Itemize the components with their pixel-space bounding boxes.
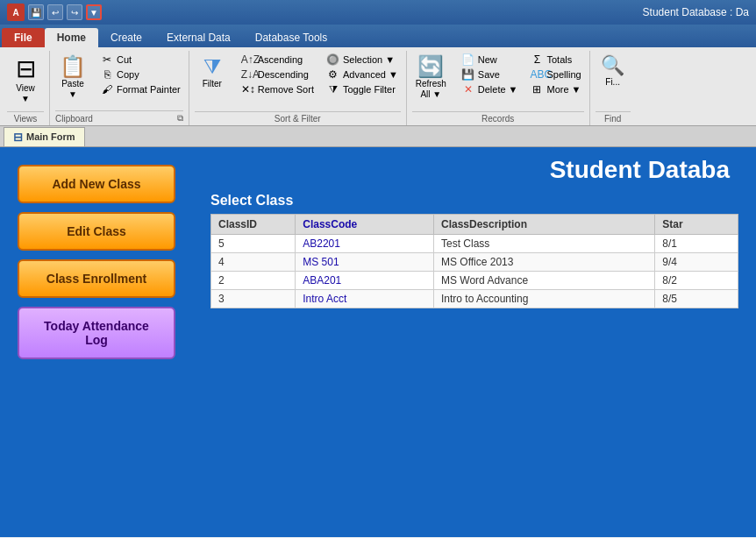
- refresh-all-button[interactable]: 🔄 RefreshAll ▼: [412, 53, 450, 102]
- delete-button[interactable]: ✕ Delete ▼: [459, 82, 521, 96]
- spelling-icon: ABC: [530, 68, 544, 81]
- records-small-btns-2: Σ Totals ABC Spelling ⊞ More ▼: [527, 53, 583, 96]
- paste-label: Paste▼: [61, 79, 84, 100]
- ribbon-group-views: ⊟ View▼ Views: [2, 51, 50, 125]
- views-label: Views: [7, 111, 44, 125]
- refresh-label: RefreshAll ▼: [416, 79, 446, 100]
- cut-icon: ✂: [100, 53, 114, 66]
- paste-button[interactable]: 📋 Paste▼: [55, 53, 90, 102]
- qa-save-btn[interactable]: 💾: [28, 4, 44, 20]
- new-icon: 📄: [461, 53, 475, 66]
- totals-button[interactable]: Σ Totals: [527, 53, 583, 67]
- cell-classdescription: MS Office 2013: [433, 253, 654, 272]
- col-classid: ClassID: [211, 215, 296, 235]
- remove-sort-label: Remove Sort: [258, 84, 314, 95]
- tab-database-tools[interactable]: Database Tools: [243, 28, 340, 47]
- cell-classcode: ABA201: [296, 272, 434, 290]
- window-title: Student Database : Da: [643, 6, 749, 18]
- tab-home[interactable]: Home: [45, 28, 98, 47]
- advanced-label: Advanced: [343, 69, 386, 80]
- cell-classdescription: Test Class: [433, 235, 654, 253]
- remove-sort-icon: ✕↕: [241, 83, 255, 96]
- qa-redo-btn[interactable]: ↪: [67, 4, 82, 20]
- content-area: Student Databa Select Class ClassID Clas…: [193, 147, 756, 537]
- view-button[interactable]: ⊟ View▼: [8, 53, 43, 106]
- delete-icon: ✕: [461, 83, 475, 96]
- qa-dropdown-btn[interactable]: ▼: [86, 4, 102, 20]
- selection-icon: 🔘: [326, 53, 340, 66]
- table-row[interactable]: 4MS 501MS Office 20139/4: [211, 253, 738, 272]
- main-form-tab[interactable]: ⊟ Main Form: [4, 127, 85, 146]
- cut-button[interactable]: ✂ Cut: [97, 53, 183, 67]
- filter-button[interactable]: ⧩ Filter: [195, 53, 230, 91]
- sort-filter-label: Sort & Filter: [195, 111, 401, 125]
- toggle-filter-icon: ⧩: [326, 83, 340, 96]
- table-row[interactable]: 5AB2201Test Class8/1: [211, 235, 738, 253]
- clipboard-content: 📋 Paste▼ ✂ Cut ⎘ Copy 🖌 Format Painter: [55, 51, 183, 110]
- table-header-row: ClassID ClassCode ClassDescription Star: [211, 215, 738, 235]
- descending-button[interactable]: Z↓A Descending: [239, 67, 317, 81]
- cell-classid: 5: [211, 235, 296, 253]
- spelling-button[interactable]: ABC Spelling: [527, 67, 583, 81]
- ribbon-group-clipboard: 📋 Paste▼ ✂ Cut ⎘ Copy 🖌 Format Painter: [50, 51, 189, 125]
- tab-external-data[interactable]: External Data: [154, 28, 243, 47]
- new-label: New: [478, 54, 497, 65]
- spelling-label: Spelling: [546, 69, 581, 80]
- ascending-label: Ascending: [258, 54, 303, 65]
- select-class-label: Select Class: [210, 193, 738, 209]
- col-classcode: ClassCode: [296, 215, 434, 235]
- view-label: View▼: [16, 83, 35, 104]
- find-label-group: Find: [596, 111, 631, 125]
- title-bar: A 💾 ↩ ↪ ▼ Student Database : Da: [0, 0, 756, 25]
- app-icon: A: [7, 4, 25, 21]
- ascending-button[interactable]: A↑Z Ascending: [239, 53, 317, 67]
- table-row[interactable]: 3Intro AcctIntro to Accounting8/5: [211, 290, 738, 308]
- copy-button[interactable]: ⎘ Copy: [97, 67, 183, 81]
- ribbon-tabs: File Home Create External Data Database …: [0, 25, 756, 47]
- sort-filter-content: ⧩ Filter A↑Z Ascending Z↓A Descending ✕↕…: [195, 51, 401, 111]
- view-icon: ⊟: [16, 54, 36, 83]
- edit-class-button[interactable]: Edit Class: [18, 212, 175, 251]
- col-start: Star: [655, 215, 738, 235]
- advanced-button[interactable]: ⚙ Advanced ▼: [324, 67, 401, 81]
- toggle-filter-label: Toggle Filter: [343, 84, 396, 95]
- add-new-class-button[interactable]: Add New Class: [18, 165, 175, 203]
- descending-label: Descending: [258, 69, 309, 80]
- format-painter-label: Format Painter: [117, 84, 181, 95]
- more-button[interactable]: ⊞ More ▼: [527, 82, 583, 96]
- main-content: Add New Class Edit Class Class Enrollmen…: [0, 147, 756, 537]
- class-enrollment-button[interactable]: Class Enrollment: [18, 259, 175, 298]
- records-content: 🔄 RefreshAll ▼ 📄 New 💾 Save ✕ Delete ▼: [412, 51, 584, 111]
- filter-label: Filter: [203, 79, 222, 89]
- remove-sort-button[interactable]: ✕↕ Remove Sort: [239, 82, 317, 96]
- delete-label: Delete: [478, 84, 506, 95]
- cell-classdescription: Intro to Accounting: [433, 290, 654, 308]
- table-row[interactable]: 2ABA201MS Word Advance8/2: [211, 272, 738, 290]
- paste-icon: 📋: [60, 54, 86, 79]
- descending-icon: Z↓A: [241, 68, 255, 81]
- cell-classdescription: MS Word Advance: [433, 272, 654, 290]
- tab-create[interactable]: Create: [98, 28, 154, 47]
- copy-label: Copy: [117, 69, 139, 80]
- ribbon-group-sort-filter: ⧩ Filter A↑Z Ascending Z↓A Descending ✕↕…: [189, 51, 407, 125]
- cell-classid: 4: [211, 253, 296, 272]
- quick-access-toolbar: 💾 ↩ ↪ ▼: [28, 4, 102, 20]
- format-painter-icon: 🖌: [100, 83, 114, 96]
- format-painter-button[interactable]: 🖌 Format Painter: [97, 82, 183, 96]
- sort-filter-small-btns: A↑Z Ascending Z↓A Descending ✕↕ Remove S…: [239, 53, 317, 96]
- cut-label: Cut: [117, 54, 132, 65]
- advanced-icon: ⚙: [326, 68, 340, 81]
- today-attendance-log-button[interactable]: Today Attendance Log: [18, 307, 175, 359]
- toggle-filter-button[interactable]: ⧩ Toggle Filter: [324, 82, 401, 96]
- new-button[interactable]: 📄 New: [459, 53, 521, 67]
- cell-start: 8/1: [655, 235, 738, 253]
- form-tab-icon: ⊟: [13, 131, 23, 144]
- selection-button[interactable]: 🔘 Selection ▼: [324, 53, 401, 67]
- tab-file[interactable]: File: [2, 28, 45, 47]
- clipboard-label-text: Clipboard: [55, 114, 93, 124]
- clipboard-expand-icon[interactable]: ⧉: [177, 113, 183, 124]
- qa-undo-btn[interactable]: ↩: [47, 4, 63, 20]
- find-button[interactable]: 🔍 Fi...: [596, 53, 631, 89]
- save-button[interactable]: 💾 Save: [459, 67, 521, 81]
- cell-classid: 3: [211, 290, 296, 308]
